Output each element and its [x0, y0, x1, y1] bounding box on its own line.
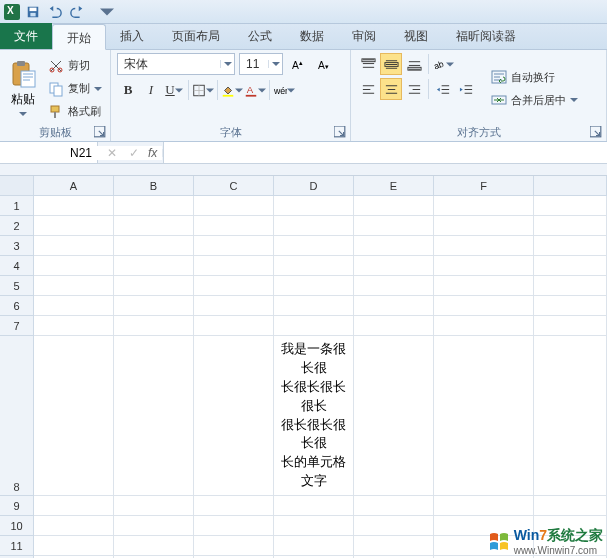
wrap-text-button[interactable]: 自动换行 [489, 67, 580, 87]
row-header[interactable]: 10 [0, 516, 34, 536]
cell[interactable] [34, 296, 114, 316]
cell[interactable] [274, 236, 354, 256]
cell[interactable] [194, 216, 274, 236]
cell[interactable] [194, 336, 274, 496]
format-painter-button[interactable]: 格式刷 [46, 102, 104, 122]
cell[interactable] [114, 236, 194, 256]
cell[interactable] [534, 496, 607, 516]
cell[interactable] [34, 256, 114, 276]
cell[interactable] [194, 256, 274, 276]
cell[interactable] [354, 256, 434, 276]
cell[interactable] [534, 316, 607, 336]
cell[interactable] [274, 296, 354, 316]
cell[interactable] [354, 516, 434, 536]
cell[interactable] [434, 496, 534, 516]
col-header-F[interactable]: F [434, 176, 534, 196]
tab-foxit[interactable]: 福昕阅读器 [442, 23, 530, 49]
cell[interactable] [274, 496, 354, 516]
cell[interactable] [274, 216, 354, 236]
cell[interactable] [434, 296, 534, 316]
cell[interactable] [34, 236, 114, 256]
cell[interactable] [194, 296, 274, 316]
cell[interactable] [34, 536, 114, 556]
font-name-combo[interactable]: 宋体 [117, 53, 235, 75]
row-header[interactable]: 11 [0, 536, 34, 556]
cell[interactable] [274, 316, 354, 336]
decrease-font-button[interactable]: A▾ [313, 53, 335, 75]
borders-button[interactable] [192, 79, 214, 101]
cell[interactable] [534, 336, 607, 496]
cell[interactable] [114, 536, 194, 556]
worksheet-grid[interactable]: A B C D E F 1 2 3 4 5 6 7 8 我是一条很 长很 长很长… [0, 176, 607, 558]
align-left-button[interactable] [357, 78, 379, 100]
align-middle-button[interactable] [380, 53, 402, 75]
cell[interactable] [274, 276, 354, 296]
copy-button[interactable]: 复制 [46, 79, 104, 99]
dialog-launcher-font[interactable] [334, 126, 346, 138]
font-size-combo[interactable]: 11 [239, 53, 283, 75]
col-header-D[interactable]: D [274, 176, 354, 196]
cell[interactable] [114, 336, 194, 496]
select-all-corner[interactable] [0, 176, 34, 196]
col-header-C[interactable]: C [194, 176, 274, 196]
cell[interactable] [534, 276, 607, 296]
redo-button[interactable] [68, 3, 86, 21]
name-box[interactable] [0, 142, 98, 163]
col-header-blank[interactable] [534, 176, 607, 196]
cell[interactable] [274, 196, 354, 216]
cell[interactable] [354, 236, 434, 256]
cell[interactable] [354, 276, 434, 296]
underline-button[interactable]: U [163, 79, 185, 101]
cell[interactable] [194, 196, 274, 216]
tab-data[interactable]: 数据 [286, 23, 338, 49]
cell[interactable] [34, 196, 114, 216]
cell[interactable] [114, 216, 194, 236]
merge-center-button[interactable]: 合并后居中 [489, 90, 580, 110]
decrease-indent-button[interactable] [432, 78, 454, 100]
cell[interactable] [34, 336, 114, 496]
col-header-A[interactable]: A [34, 176, 114, 196]
cell[interactable] [34, 216, 114, 236]
font-color-button[interactable]: A [244, 79, 266, 101]
col-header-B[interactable]: B [114, 176, 194, 196]
row-header[interactable]: 5 [0, 276, 34, 296]
cell[interactable] [114, 296, 194, 316]
cell[interactable] [434, 236, 534, 256]
cell[interactable] [114, 496, 194, 516]
cell[interactable] [114, 256, 194, 276]
cancel-formula-button[interactable]: ✕ [104, 142, 120, 164]
cell[interactable] [34, 516, 114, 536]
tab-formulas[interactable]: 公式 [234, 23, 286, 49]
cell[interactable] [34, 496, 114, 516]
cell[interactable] [34, 276, 114, 296]
cell[interactable] [354, 536, 434, 556]
tab-review[interactable]: 审阅 [338, 23, 390, 49]
cell[interactable] [354, 296, 434, 316]
cell[interactable] [194, 516, 274, 536]
cell[interactable] [354, 316, 434, 336]
cell[interactable] [114, 196, 194, 216]
align-bottom-button[interactable] [403, 53, 425, 75]
align-center-button[interactable] [380, 78, 402, 100]
cell[interactable] [434, 216, 534, 236]
italic-button[interactable]: I [140, 79, 162, 101]
orientation-button[interactable]: ab [432, 53, 454, 75]
fill-color-button[interactable] [221, 79, 243, 101]
tab-view[interactable]: 视图 [390, 23, 442, 49]
tab-insert[interactable]: 插入 [106, 23, 158, 49]
cell[interactable] [434, 196, 534, 216]
cell[interactable] [534, 216, 607, 236]
cell[interactable] [434, 256, 534, 276]
cell[interactable] [434, 316, 534, 336]
cell[interactable] [434, 336, 534, 496]
cell[interactable] [194, 236, 274, 256]
row-header[interactable]: 9 [0, 496, 34, 516]
cell[interactable] [114, 276, 194, 296]
save-button[interactable] [24, 3, 42, 21]
row-header[interactable]: 2 [0, 216, 34, 236]
fx-icon[interactable]: fx [148, 146, 157, 160]
row-header[interactable]: 4 [0, 256, 34, 276]
cell[interactable] [194, 536, 274, 556]
formula-input[interactable] [164, 142, 607, 163]
cell[interactable] [534, 256, 607, 276]
